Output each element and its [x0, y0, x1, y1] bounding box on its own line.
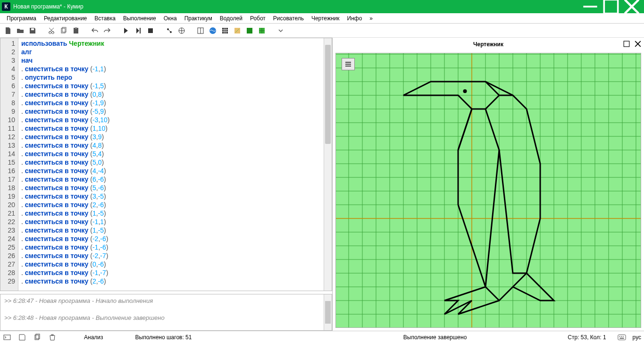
cut-icon[interactable] [46, 25, 57, 36]
svg-rect-95 [619, 337, 624, 338]
svg-point-94 [622, 336, 623, 337]
draw-icon[interactable] [232, 25, 243, 36]
status-lang: рус [633, 334, 641, 341]
menu-»[interactable]: » [366, 14, 376, 23]
svg-rect-91 [618, 335, 625, 340]
line-gutter: 1234567891011121314151617181920212223242… [0, 38, 18, 291]
sb-console-icon[interactable] [3, 333, 11, 342]
status-cursor-pos: Стр: 53, Кол: 1 [568, 334, 606, 341]
panel-close-icon[interactable] [634, 40, 642, 48]
drawing-canvas[interactable] [335, 53, 641, 328]
drawer-panel-title: Чертежник [333, 38, 644, 51]
svg-rect-11 [140, 28, 141, 33]
svg-rect-88 [4, 335, 10, 340]
step-icon[interactable] [133, 25, 143, 36]
status-analysis: Анализ [84, 334, 103, 341]
menu-Выполнение[interactable]: Выполнение [119, 14, 160, 23]
svg-point-93 [621, 336, 622, 337]
stop-icon[interactable] [145, 25, 156, 36]
menu-Инфо[interactable]: Инфо [343, 14, 366, 23]
svg-rect-29 [624, 41, 629, 47]
title-bar: К Новая программа* - Кумир [0, 0, 644, 13]
console-scrollbar[interactable] [324, 294, 332, 330]
sb-copy-icon[interactable] [33, 333, 42, 342]
more-icon[interactable] [276, 25, 286, 36]
green2-icon[interactable] [257, 25, 267, 36]
minimize-button[interactable] [580, 0, 601, 13]
sb-trash-icon[interactable] [48, 333, 57, 342]
svg-rect-12 [148, 28, 153, 33]
app-icon: К [2, 2, 10, 11]
paste-icon[interactable] [71, 25, 81, 36]
status-steps: Выполнено шагов: 51 [135, 334, 192, 341]
actor1-icon[interactable] [164, 25, 175, 36]
new-file-icon[interactable] [3, 25, 13, 36]
svg-rect-10 [75, 27, 77, 29]
run-icon[interactable] [121, 25, 131, 36]
code-editor[interactable]: 1234567891011121314151617181920212223242… [0, 38, 332, 291]
svg-rect-19 [222, 28, 228, 33]
grid2-icon[interactable] [220, 25, 230, 36]
undo-icon[interactable] [90, 25, 100, 36]
svg-point-92 [619, 336, 620, 337]
status-bar: Анализ Выполнено шагов: 51 Выполнение за… [0, 331, 644, 343]
sb-save-icon[interactable] [18, 333, 26, 342]
svg-rect-1 [604, 0, 618, 14]
maximize-button[interactable] [601, 0, 621, 13]
menu-Чертежник[interactable]: Чертежник [308, 14, 343, 23]
menu-Рисователь[interactable]: Рисователь [269, 14, 308, 23]
panel-maximize-icon[interactable] [622, 40, 631, 48]
status-done: Выполнение завершено [403, 334, 467, 341]
editor-scrollbar[interactable] [324, 38, 332, 291]
menu-Редактирование[interactable]: Редактирование [40, 14, 91, 23]
code-area[interactable]: использовать Чертежникалгнач. сместиться… [18, 38, 324, 291]
close-button[interactable] [621, 0, 642, 13]
menu-bar: ПрограммаРедактированиеВставкаВыполнение… [0, 13, 644, 24]
console-panel: >> 6:28:47 - Новая программа - Начало вы… [0, 294, 332, 331]
svg-rect-4 [31, 28, 34, 30]
redo-icon[interactable] [102, 25, 112, 36]
menu-Вставка[interactable]: Вставка [91, 14, 119, 23]
svg-point-87 [463, 89, 467, 93]
grid1-icon[interactable] [195, 25, 206, 36]
console-output: >> 6:28:47 - Новая программа - Начало вы… [0, 294, 324, 330]
menu-Робот[interactable]: Робот [246, 14, 269, 23]
panel-title-text: Чертежник [473, 41, 503, 48]
tool-bar [0, 24, 644, 38]
actor2-icon[interactable] [176, 25, 187, 36]
canvas-menu-icon[interactable] [342, 58, 355, 70]
menu-Практикум[interactable]: Практикум [181, 14, 216, 23]
save-icon[interactable] [27, 25, 38, 36]
menu-Водолей[interactable]: Водолей [216, 14, 246, 23]
green1-icon[interactable] [244, 25, 255, 36]
window-title: Новая программа* - Кумир [13, 3, 580, 10]
menu-Программа[interactable]: Программа [3, 14, 40, 23]
water-icon[interactable] [208, 25, 218, 36]
open-file-icon[interactable] [15, 25, 25, 36]
copy-icon[interactable] [59, 25, 69, 36]
keyboard-icon[interactable] [618, 333, 626, 342]
menu-Окна[interactable]: Окна [160, 14, 181, 23]
svg-rect-25 [247, 28, 252, 33]
